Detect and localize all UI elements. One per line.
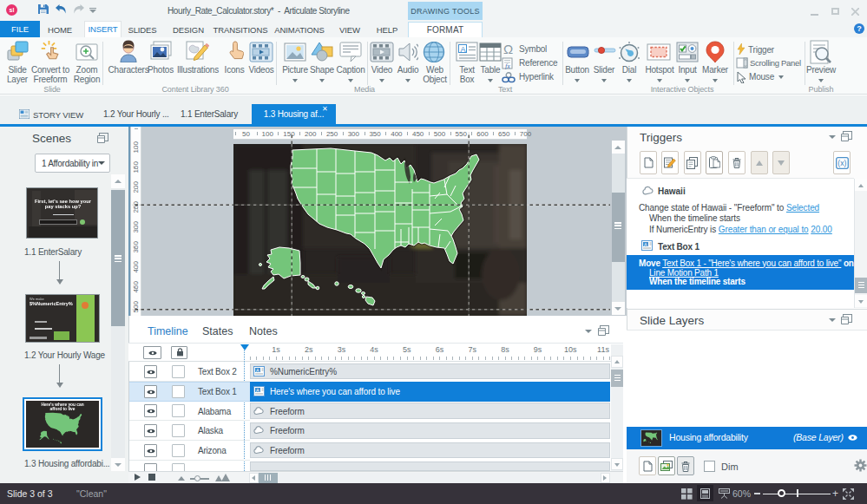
- svg-text:A: A: [461, 45, 466, 54]
- svg-text:(x): (x): [837, 159, 846, 167]
- svg-text:A: A: [256, 388, 259, 393]
- svg-text:fx: fx: [505, 62, 510, 70]
- svg-text:A: A: [256, 368, 259, 373]
- svg-text:A: A: [644, 242, 647, 247]
